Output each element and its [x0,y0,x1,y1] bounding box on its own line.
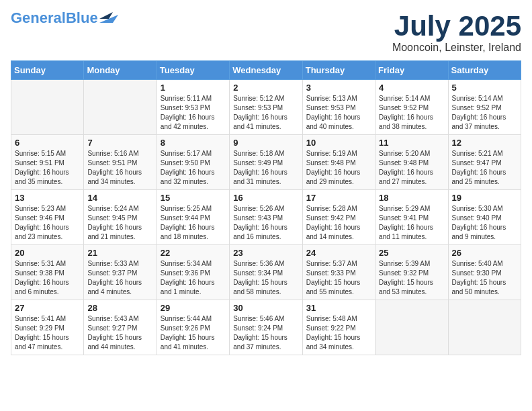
day-number: 25 [379,248,444,258]
day-number: 28 [87,303,152,313]
day-number: 21 [87,248,152,258]
day-info: Sunrise: 5:14 AM Sunset: 9:52 PM Dayligh… [379,94,444,132]
calendar-week-row: 27Sunrise: 5:41 AM Sunset: 9:29 PM Dayli… [11,300,521,355]
day-info: Sunrise: 5:43 AM Sunset: 9:27 PM Dayligh… [87,314,152,352]
calendar-week-row: 20Sunrise: 5:31 AM Sunset: 9:38 PM Dayli… [11,245,521,300]
weekday-header: Sunday [11,61,84,80]
day-info: Sunrise: 5:29 AM Sunset: 9:41 PM Dayligh… [379,204,444,242]
day-info: Sunrise: 5:34 AM Sunset: 9:36 PM Dayligh… [161,259,226,297]
calendar-cell [11,80,84,135]
calendar-cell: 3Sunrise: 5:13 AM Sunset: 9:53 PM Daylig… [302,80,375,135]
calendar-cell: 11Sunrise: 5:20 AM Sunset: 9:48 PM Dayli… [375,135,448,190]
calendar-cell: 23Sunrise: 5:36 AM Sunset: 9:34 PM Dayli… [230,245,302,300]
calendar-cell: 13Sunrise: 5:23 AM Sunset: 9:46 PM Dayli… [11,190,84,245]
logo: GeneralBlue [11,11,118,26]
title-block: July 2025 Mooncoin, Leinster, Ireland [392,11,521,54]
day-number: 30 [233,303,298,313]
day-info: Sunrise: 5:21 AM Sunset: 9:47 PM Dayligh… [452,149,517,187]
calendar-cell [84,80,157,135]
calendar-cell: 16Sunrise: 5:26 AM Sunset: 9:43 PM Dayli… [230,190,302,245]
day-number: 8 [161,138,226,148]
day-info: Sunrise: 5:28 AM Sunset: 9:42 PM Dayligh… [306,204,371,242]
weekday-header: Wednesday [230,61,302,80]
day-info: Sunrise: 5:24 AM Sunset: 9:45 PM Dayligh… [87,204,152,242]
day-number: 20 [15,248,80,258]
day-number: 26 [452,248,517,258]
calendar-cell: 28Sunrise: 5:43 AM Sunset: 9:27 PM Dayli… [84,300,157,355]
day-info: Sunrise: 5:25 AM Sunset: 9:44 PM Dayligh… [161,204,226,242]
day-number: 27 [15,303,80,313]
calendar-cell: 7Sunrise: 5:16 AM Sunset: 9:51 PM Daylig… [84,135,157,190]
day-info: Sunrise: 5:17 AM Sunset: 9:50 PM Dayligh… [161,149,226,187]
day-number: 2 [233,83,298,93]
day-number: 29 [161,303,226,313]
weekday-header: Tuesday [157,61,229,80]
calendar-week-row: 13Sunrise: 5:23 AM Sunset: 9:46 PM Dayli… [11,190,521,245]
day-info: Sunrise: 5:26 AM Sunset: 9:43 PM Dayligh… [233,204,298,242]
calendar-week-row: 6Sunrise: 5:15 AM Sunset: 9:51 PM Daylig… [11,135,521,190]
weekday-header: Monday [84,61,157,80]
calendar-week-row: 1Sunrise: 5:11 AM Sunset: 9:53 PM Daylig… [11,80,521,135]
calendar-cell: 10Sunrise: 5:19 AM Sunset: 9:48 PM Dayli… [302,135,375,190]
calendar-cell: 18Sunrise: 5:29 AM Sunset: 9:41 PM Dayli… [375,190,448,245]
day-info: Sunrise: 5:19 AM Sunset: 9:48 PM Dayligh… [306,149,371,187]
day-info: Sunrise: 5:44 AM Sunset: 9:26 PM Dayligh… [161,314,226,352]
day-info: Sunrise: 5:31 AM Sunset: 9:38 PM Dayligh… [15,259,80,297]
day-info: Sunrise: 5:46 AM Sunset: 9:24 PM Dayligh… [233,314,298,352]
calendar-cell: 31Sunrise: 5:48 AM Sunset: 9:22 PM Dayli… [302,300,375,355]
day-number: 19 [452,193,517,203]
calendar-cell: 22Sunrise: 5:34 AM Sunset: 9:36 PM Dayli… [157,245,229,300]
day-info: Sunrise: 5:33 AM Sunset: 9:37 PM Dayligh… [87,259,152,297]
location-subtitle: Mooncoin, Leinster, Ireland [392,42,521,54]
calendar-cell: 15Sunrise: 5:25 AM Sunset: 9:44 PM Dayli… [157,190,229,245]
day-number: 12 [452,138,517,148]
calendar-cell: 6Sunrise: 5:15 AM Sunset: 9:51 PM Daylig… [11,135,84,190]
day-info: Sunrise: 5:40 AM Sunset: 9:30 PM Dayligh… [452,259,517,297]
day-number: 22 [161,248,226,258]
svg-marker-1 [99,12,113,19]
day-info: Sunrise: 5:12 AM Sunset: 9:53 PM Dayligh… [233,94,298,132]
weekday-header: Friday [375,61,448,80]
calendar-cell [448,300,521,355]
calendar-cell: 21Sunrise: 5:33 AM Sunset: 9:37 PM Dayli… [84,245,157,300]
calendar-cell: 8Sunrise: 5:17 AM Sunset: 9:50 PM Daylig… [157,135,229,190]
calendar-cell: 9Sunrise: 5:18 AM Sunset: 9:49 PM Daylig… [230,135,302,190]
day-number: 4 [379,83,444,93]
day-info: Sunrise: 5:23 AM Sunset: 9:46 PM Dayligh… [15,204,80,242]
day-info: Sunrise: 5:18 AM Sunset: 9:49 PM Dayligh… [233,149,298,187]
day-number: 1 [161,83,226,93]
day-number: 16 [233,193,298,203]
day-info: Sunrise: 5:13 AM Sunset: 9:53 PM Dayligh… [306,94,371,132]
weekday-header: Thursday [302,61,375,80]
day-number: 13 [15,193,80,203]
calendar-cell: 17Sunrise: 5:28 AM Sunset: 9:42 PM Dayli… [302,190,375,245]
calendar-cell [375,300,448,355]
calendar-cell: 24Sunrise: 5:37 AM Sunset: 9:33 PM Dayli… [302,245,375,300]
day-number: 18 [379,193,444,203]
day-info: Sunrise: 5:16 AM Sunset: 9:51 PM Dayligh… [87,149,152,187]
day-info: Sunrise: 5:39 AM Sunset: 9:32 PM Dayligh… [379,259,444,297]
day-info: Sunrise: 5:41 AM Sunset: 9:29 PM Dayligh… [15,314,80,352]
calendar-cell: 12Sunrise: 5:21 AM Sunset: 9:47 PM Dayli… [448,135,521,190]
day-info: Sunrise: 5:37 AM Sunset: 9:33 PM Dayligh… [306,259,371,297]
day-number: 9 [233,138,298,148]
calendar-cell: 30Sunrise: 5:46 AM Sunset: 9:24 PM Dayli… [230,300,302,355]
day-number: 5 [452,83,517,93]
logo-arrow-icon [99,11,118,23]
day-number: 3 [306,83,371,93]
day-number: 24 [306,248,371,258]
calendar-cell: 14Sunrise: 5:24 AM Sunset: 9:45 PM Dayli… [84,190,157,245]
day-number: 31 [306,303,371,313]
calendar-cell: 4Sunrise: 5:14 AM Sunset: 9:52 PM Daylig… [375,80,448,135]
calendar-cell: 19Sunrise: 5:30 AM Sunset: 9:40 PM Dayli… [448,190,521,245]
month-title: July 2025 [392,11,521,42]
calendar-cell: 26Sunrise: 5:40 AM Sunset: 9:30 PM Dayli… [448,245,521,300]
day-number: 10 [306,138,371,148]
day-number: 23 [233,248,298,258]
calendar-cell: 25Sunrise: 5:39 AM Sunset: 9:32 PM Dayli… [375,245,448,300]
calendar-cell: 29Sunrise: 5:44 AM Sunset: 9:26 PM Dayli… [157,300,229,355]
calendar-cell: 5Sunrise: 5:14 AM Sunset: 9:52 PM Daylig… [448,80,521,135]
calendar-cell: 27Sunrise: 5:41 AM Sunset: 9:29 PM Dayli… [11,300,84,355]
day-number: 6 [15,138,80,148]
day-number: 7 [87,138,152,148]
